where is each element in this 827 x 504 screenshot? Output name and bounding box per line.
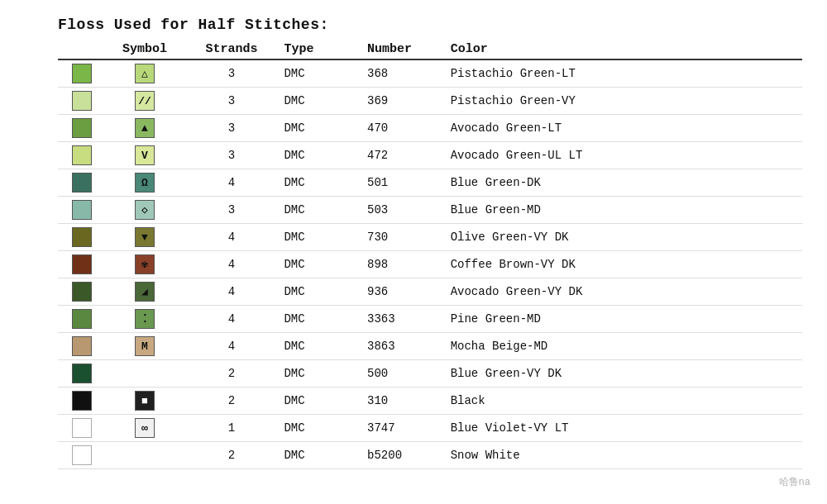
number-cell: 898 [362, 251, 446, 278]
color-swatch [72, 418, 92, 438]
symbol-box: ◢ [135, 282, 155, 302]
table-row: 2DMC500Blue Green-VY DK [58, 360, 802, 388]
number-cell: b5200 [362, 442, 446, 469]
symbol-cell: Ω [106, 169, 184, 197]
symbol-box: ■ [135, 391, 155, 411]
type-cell: DMC [279, 169, 362, 197]
strands-cell: 2 [184, 360, 279, 388]
table-row: 2DMCb5200Snow White [58, 442, 802, 469]
color-swatch [72, 91, 92, 111]
table-row: ∞1DMC3747Blue Violet-VY LT [58, 415, 802, 442]
type-cell: DMC [279, 360, 362, 388]
type-cell: DMC [279, 88, 362, 115]
header-symbol2: Symbol [106, 40, 184, 59]
floss-table: Symbol Strands Type Number Color △3DMC36… [58, 40, 802, 469]
color-swatch-cell [58, 251, 106, 278]
color-name-cell: Pistachio Green-LT [446, 59, 802, 88]
table-row: ⁚4DMC3363Pine Green-MD [58, 306, 802, 333]
type-cell: DMC [279, 197, 362, 224]
type-cell: DMC [279, 59, 362, 88]
table-row: ◢4DMC936Avocado Green-VY DK [58, 278, 802, 306]
color-swatch-cell [58, 142, 106, 169]
color-swatch [72, 227, 92, 247]
color-swatch [72, 309, 92, 329]
symbol-box: ✾ [135, 254, 155, 274]
number-cell: 470 [362, 115, 446, 142]
number-cell: 472 [362, 142, 446, 169]
header-number: Number [362, 40, 446, 59]
type-cell: DMC [279, 142, 362, 169]
color-swatch-cell [58, 442, 106, 469]
type-cell: DMC [279, 115, 362, 142]
table-row: △3DMC368Pistachio Green-LT [58, 59, 802, 88]
color-name-cell: Avocado Green-VY DK [446, 278, 802, 306]
color-swatch-cell [58, 169, 106, 197]
number-cell: 936 [362, 278, 446, 306]
table-row: ■2DMC310Black [58, 388, 802, 415]
color-swatch-cell [58, 306, 106, 333]
symbol-box: M [135, 336, 155, 356]
strands-cell: 2 [184, 442, 279, 469]
color-swatch-cell [58, 115, 106, 142]
symbol-cell [106, 360, 184, 388]
strands-cell: 4 [184, 224, 279, 251]
symbol-box: ▲ [135, 118, 155, 138]
color-swatch-cell [58, 415, 106, 442]
number-cell: 3363 [362, 306, 446, 333]
symbol-box: ◇ [135, 200, 155, 220]
type-cell: DMC [279, 278, 362, 306]
color-swatch [72, 254, 92, 274]
color-name-cell: Black [446, 388, 802, 415]
strands-cell: 4 [184, 333, 279, 360]
color-name-cell: Pine Green-MD [446, 306, 802, 333]
color-swatch-cell [58, 197, 106, 224]
type-cell: DMC [279, 251, 362, 278]
watermark: 哈鲁na [779, 475, 810, 489]
color-swatch-cell [58, 88, 106, 115]
symbol-cell: ▲ [106, 115, 184, 142]
color-name-cell: Avocado Green-LT [446, 115, 802, 142]
symbol-cell: ▼ [106, 224, 184, 251]
symbol-box: // [135, 91, 155, 111]
color-name-cell: Blue Green-DK [446, 169, 802, 197]
table-row: Ω4DMC501Blue Green-DK [58, 169, 802, 197]
color-swatch [72, 64, 92, 83]
table-row: ✾4DMC898Coffee Brown-VY DK [58, 251, 802, 278]
table-header-row: Symbol Strands Type Number Color [58, 40, 802, 59]
strands-cell: 4 [184, 306, 279, 333]
floss-table-container: Symbol Strands Type Number Color △3DMC36… [58, 40, 802, 469]
color-swatch-cell [58, 360, 106, 388]
symbol-box: ⁚ [135, 309, 155, 329]
strands-cell: 4 [184, 278, 279, 306]
color-swatch [72, 200, 92, 220]
table-row: V3DMC472Avocado Green-UL LT [58, 142, 802, 169]
symbol-box: Ω [135, 173, 155, 193]
header-type: Type [279, 40, 362, 59]
symbol-cell: ∞ [106, 415, 184, 442]
page-title: Floss Used for Half Stitches: [58, 17, 802, 33]
color-swatch-cell [58, 278, 106, 306]
color-swatch [72, 336, 92, 356]
symbol-cell: ⁚ [106, 306, 184, 333]
symbol-cell: ✾ [106, 251, 184, 278]
page-wrapper: Floss Used for Half Stitches: Symbol Str… [0, 0, 827, 504]
strands-cell: 1 [184, 415, 279, 442]
color-swatch-cell [58, 388, 106, 415]
symbol-box: ∞ [135, 418, 155, 438]
color-swatch [72, 173, 92, 193]
strands-cell: 3 [184, 88, 279, 115]
color-swatch [72, 145, 92, 165]
color-swatch-cell [58, 224, 106, 251]
table-row: //3DMC369Pistachio Green-VY [58, 88, 802, 115]
strands-cell: 3 [184, 115, 279, 142]
color-swatch [72, 118, 92, 138]
symbol-cell: ◢ [106, 278, 184, 306]
symbol-cell: // [106, 88, 184, 115]
color-name-cell: Snow White [446, 442, 802, 469]
strands-cell: 3 [184, 197, 279, 224]
symbol-cell: ◇ [106, 197, 184, 224]
number-cell: 503 [362, 197, 446, 224]
symbol-box: △ [135, 64, 155, 83]
color-name-cell: Avocado Green-UL LT [446, 142, 802, 169]
symbol-box: ▼ [135, 227, 155, 247]
